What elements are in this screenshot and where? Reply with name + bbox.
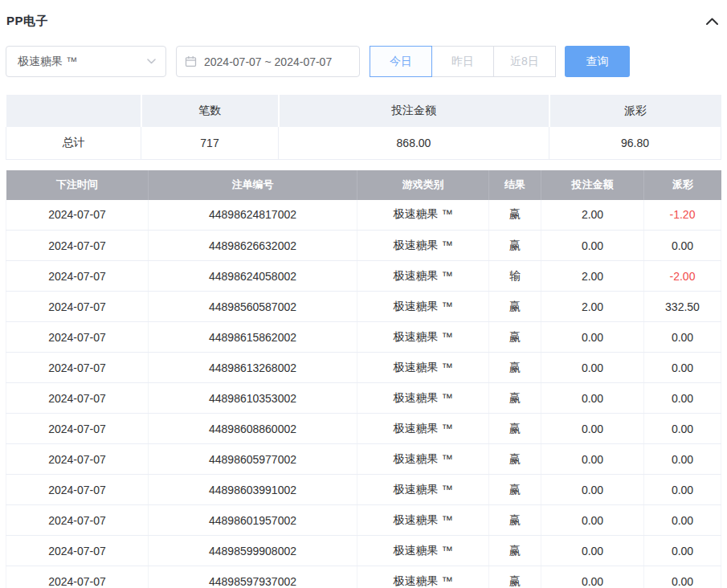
table-row: 2024-07-07 44898610353002 极速糖果 ™ 赢 0.00 … [6,383,721,414]
pp-electronic-panel: PP电子 极速糖果 ™ [0,0,727,588]
quick-date-button-group: 今日 昨日 近8日 [370,46,556,77]
header-payout: 派彩 [644,170,721,200]
cell-order-number: 44898597937002 [149,566,357,588]
cell-payout: 0.00 [644,536,721,566]
cell-bet-amount: 2.00 [541,200,644,231]
summary-total-label: 总计 [6,127,141,159]
cell-result: 赢 [489,505,541,536]
summary-total-bet-amount: 868.00 [279,127,549,159]
cell-result: 赢 [489,322,541,353]
cell-order-number: 44898605977002 [149,444,357,475]
table-row: 2024-07-07 44898624817002 极速糖果 ™ 赢 2.00 … [6,200,721,231]
cell-game-category: 极速糖果 ™ [357,322,489,353]
table-row: 2024-07-07 44898613268002 极速糖果 ™ 赢 0.00 … [6,353,721,383]
bet-table-body: 2024-07-07 44898624817002 极速糖果 ™ 赢 2.00 … [6,200,721,588]
header-bet-time: 下注时间 [6,170,149,200]
cell-bet-time: 2024-07-07 [6,322,149,353]
cell-bet-amount: 0.00 [541,475,644,505]
quick-filter-yesterday-button[interactable]: 昨日 [431,46,494,77]
cell-bet-amount: 0.00 [541,536,644,566]
cell-bet-time: 2024-07-07 [6,505,149,536]
game-select[interactable]: 极速糖果 ™ [6,46,166,77]
cell-bet-amount: 2.00 [541,261,644,292]
cell-game-category: 极速糖果 ™ [357,505,489,536]
filter-row: 极速糖果 ™ 2024-07-07 ~ 2024-07-07 今日 昨日 [6,46,721,77]
table-row: 2024-07-07 44898624058002 极速糖果 ™ 输 2.00 … [6,261,721,292]
cell-order-number: 44898601957002 [149,505,357,536]
cell-bet-amount: 0.00 [541,231,644,261]
cell-payout: 0.00 [644,322,721,353]
cell-bet-amount: 0.00 [541,505,644,536]
summary-header-bet-amount: 投注金额 [279,95,549,127]
cell-bet-time: 2024-07-07 [6,444,149,475]
cell-order-number: 44898560587002 [149,292,357,322]
cell-payout: 0.00 [644,566,721,588]
date-range-value: 2024-07-07 ~ 2024-07-07 [204,55,332,68]
cell-payout: 332.50 [644,292,721,322]
quick-filter-today-button[interactable]: 今日 [370,46,432,77]
calendar-icon [185,55,197,67]
cell-bet-amount: 0.00 [541,414,644,444]
cell-payout: 0.00 [644,353,721,383]
cell-game-category: 极速糖果 ™ [357,414,489,444]
cell-payout: -1.20 [644,200,721,231]
summary-total-count: 717 [141,127,279,159]
cell-order-number: 44898603991002 [149,475,357,505]
cell-payout: -2.00 [644,261,721,292]
cell-order-number: 44898615862002 [149,322,357,353]
table-row: 2024-07-07 44898603991002 极速糖果 ™ 赢 0.00 … [6,475,721,505]
date-range-picker[interactable]: 2024-07-07 ~ 2024-07-07 [176,46,360,77]
cell-bet-time: 2024-07-07 [6,414,149,444]
quick-filter-last8days-button[interactable]: 近8日 [493,46,556,77]
summary-header-count: 笔数 [141,95,279,127]
cell-order-number: 44898626632002 [149,231,357,261]
cell-game-category: 极速糖果 ™ [357,566,489,588]
cell-bet-amount: 0.00 [541,353,644,383]
cell-result: 赢 [489,475,541,505]
summary-header-empty [6,95,141,127]
cell-game-category: 极速糖果 ™ [357,200,489,231]
cell-game-category: 极速糖果 ™ [357,444,489,475]
summary-total-payout: 96.80 [549,127,721,159]
bet-table-header-row: 下注时间 注单编号 游戏类别 结果 投注金额 派彩 [6,170,721,200]
header-game-category: 游戏类别 [357,170,489,200]
cell-payout: 0.00 [644,475,721,505]
cell-result: 输 [489,261,541,292]
table-row: 2024-07-07 44898615862002 极速糖果 ™ 赢 0.00 … [6,322,721,353]
cell-result: 赢 [489,383,541,414]
summary-total-row: 总计 717 868.00 96.80 [6,127,721,159]
table-row: 2024-07-07 44898560587002 极速糖果 ™ 赢 2.00 … [6,292,721,322]
cell-order-number: 44898613268002 [149,353,357,383]
bet-records-table: 下注时间 注单编号 游戏类别 结果 投注金额 派彩 2024-07-07 448… [6,170,721,588]
cell-bet-amount: 0.00 [541,322,644,353]
summary-header-payout: 派彩 [549,95,721,127]
cell-game-category: 极速糖果 ™ [357,475,489,505]
chevron-down-icon [147,59,156,64]
table-row: 2024-07-07 44898599908002 极速糖果 ™ 赢 0.00 … [6,536,721,566]
cell-game-category: 极速糖果 ™ [357,292,489,322]
cell-order-number: 44898610353002 [149,383,357,414]
cell-bet-amount: 0.00 [541,566,644,588]
table-row: 2024-07-07 44898601957002 极速糖果 ™ 赢 0.00 … [6,505,721,536]
cell-game-category: 极速糖果 ™ [357,353,489,383]
header-bet-amount: 投注金额 [541,170,644,200]
cell-game-category: 极速糖果 ™ [357,383,489,414]
cell-result: 赢 [489,536,541,566]
game-select-value: 极速糖果 ™ [18,55,77,69]
cell-result: 赢 [489,566,541,588]
cell-bet-time: 2024-07-07 [6,292,149,322]
query-button[interactable]: 查询 [565,46,630,77]
cell-order-number: 44898624058002 [149,261,357,292]
cell-bet-time: 2024-07-07 [6,475,149,505]
cell-payout: 0.00 [644,444,721,475]
cell-result: 赢 [489,353,541,383]
cell-result: 赢 [489,444,541,475]
cell-game-category: 极速糖果 ™ [357,231,489,261]
cell-payout: 0.00 [644,414,721,444]
table-row: 2024-07-07 44898626632002 极速糖果 ™ 赢 0.00 … [6,231,721,261]
panel-header: PP电子 [6,0,721,30]
cell-result: 赢 [489,231,541,261]
collapse-chevron-up-icon[interactable] [705,17,719,26]
cell-result: 赢 [489,414,541,444]
cell-bet-time: 2024-07-07 [6,536,149,566]
